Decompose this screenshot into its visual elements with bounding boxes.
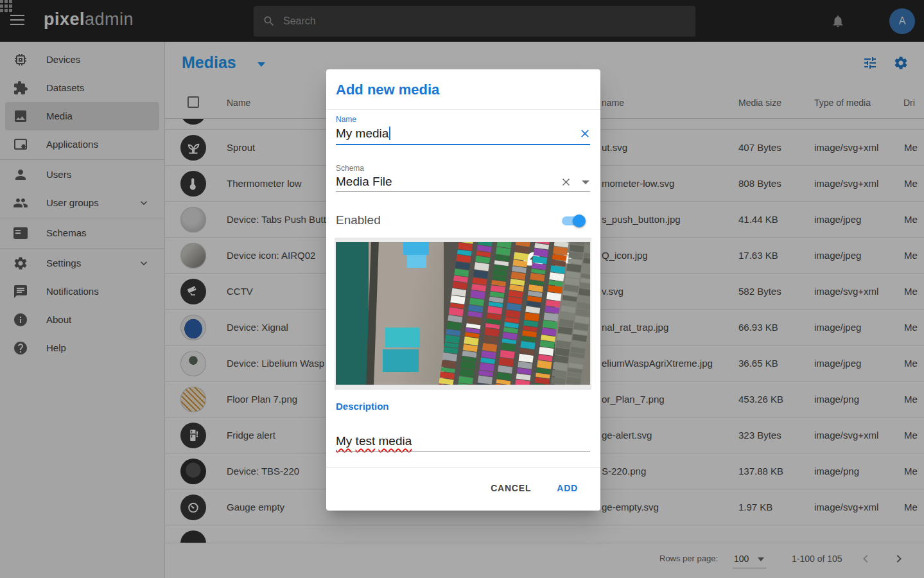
name-field-input[interactable]: My media <box>336 127 390 141</box>
name-field-underline <box>336 144 590 145</box>
photo-teal-canopy-2 <box>383 349 418 372</box>
dialog-header-divider <box>326 109 600 110</box>
enabled-label: Enabled <box>336 213 381 227</box>
dialog-footer-divider <box>326 467 600 468</box>
enabled-toggle[interactable] <box>562 216 584 225</box>
port-photo <box>336 242 590 385</box>
description-label: Description <box>336 401 389 412</box>
dialog-title: Add new media <box>336 82 439 98</box>
photo-water-area <box>336 242 369 385</box>
name-field-label: Name <box>336 115 356 124</box>
photo-blue-roof <box>403 242 429 255</box>
schema-clear-icon[interactable] <box>560 176 572 188</box>
description-underline <box>336 451 590 452</box>
photo-teal-canopy <box>385 328 419 347</box>
media-preview-panel <box>335 238 591 390</box>
description-input[interactable]: My test media <box>336 434 412 448</box>
photo-blue-roof-2 <box>407 255 426 268</box>
app-screen: pixeladmin A Devices Datasets Media Appl… <box>0 0 924 578</box>
text-cursor <box>389 127 390 140</box>
schema-field-select[interactable]: Media File <box>336 175 392 189</box>
add-media-dialog: Add new media Name My media Schema Media… <box>326 69 600 511</box>
schema-dropdown-caret-icon[interactable] <box>582 180 589 184</box>
schema-field-label: Schema <box>336 164 364 173</box>
cancel-button[interactable]: CANCEL <box>489 483 532 493</box>
add-button[interactable]: ADD <box>555 483 579 493</box>
name-clear-icon[interactable] <box>579 127 591 140</box>
dialog-actions: CANCEL ADD <box>489 477 579 500</box>
toggle-knob <box>573 215 586 227</box>
schema-field-underline <box>336 191 590 192</box>
